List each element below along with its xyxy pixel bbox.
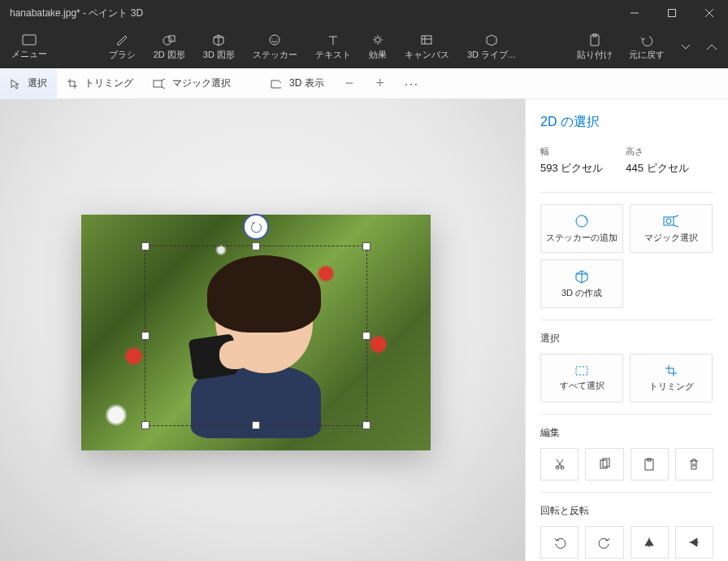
zoom-in-button[interactable]: + <box>365 68 396 99</box>
menu-button[interactable]: メニュー <box>3 26 55 68</box>
rotate-cw-button[interactable] <box>585 526 623 559</box>
svg-rect-1 <box>669 10 676 17</box>
canvas-area[interactable] <box>0 99 525 561</box>
rotate-ccw-button[interactable] <box>540 526 578 559</box>
zoom-out-button[interactable]: − <box>334 68 365 99</box>
svg-point-15 <box>666 219 671 224</box>
crop-button[interactable]: トリミング <box>630 354 713 402</box>
svg-rect-4 <box>23 35 36 45</box>
svg-rect-16 <box>576 367 587 375</box>
paste-button[interactable] <box>630 448 669 481</box>
tool-crop[interactable]: トリミング <box>57 68 143 99</box>
ribbon-text[interactable]: テキスト <box>307 26 359 68</box>
image-subject <box>175 259 321 422</box>
flip-vertical-button[interactable] <box>675 526 713 559</box>
svg-rect-6 <box>169 36 175 41</box>
height-label: 高さ <box>626 146 688 158</box>
tool-magic-select[interactable]: マジック選択 <box>143 68 240 99</box>
separator <box>540 192 713 193</box>
ribbon-dropdown[interactable] <box>673 29 699 65</box>
width-value: 593 ピクセル <box>540 161 603 176</box>
separator <box>540 414 713 415</box>
toolbar: 選択 トリミング マジック選択 3D 表示 − + ⋯ <box>0 68 728 99</box>
ribbon-undo[interactable]: 元に戻す <box>621 26 673 68</box>
titlebar: hanabatake.jpg* - ペイント 3D <box>0 0 728 26</box>
ribbon-effects[interactable]: 効果 <box>361 26 395 68</box>
add-sticker-button[interactable]: ステッカーの追加 <box>540 204 623 253</box>
make-3d-button[interactable]: 3D の作成 <box>540 259 623 308</box>
ribbon-2d-shapes[interactable]: 2D 図形 <box>145 26 193 68</box>
ribbon-brushes[interactable]: ブラシ <box>101 26 144 68</box>
side-panel: 2D の選択 幅 593 ピクセル 高さ 445 ピクセル ステッカーの追加 マ… <box>525 99 728 561</box>
separator <box>540 320 713 320</box>
svg-point-5 <box>163 37 171 45</box>
ribbon-canvas[interactable]: キャンバス <box>396 26 457 68</box>
ribbon-paste[interactable]: 貼り付け <box>569 26 621 68</box>
side-panel-title: 2D の選択 <box>540 114 713 131</box>
ribbon: メニュー ブラシ 2D 図形 3D 図形 ステッカー テキスト 効果 キャンバス… <box>0 26 728 68</box>
window-title: hanabatake.jpg* - ペイント 3D <box>0 7 616 20</box>
width-label: 幅 <box>540 146 603 158</box>
ribbon-stickers[interactable]: ステッカー <box>245 26 306 68</box>
minimize-button[interactable] <box>616 0 653 26</box>
ribbon-3d-shapes[interactable]: 3D 図形 <box>195 26 243 68</box>
svg-rect-12 <box>154 80 162 87</box>
magic-select-button[interactable]: マジック選択 <box>630 204 713 253</box>
canvas-image[interactable] <box>81 215 431 450</box>
separator <box>540 492 713 493</box>
cut-button[interactable] <box>540 448 578 481</box>
edit-heading: 編集 <box>540 426 713 440</box>
maximize-button[interactable] <box>653 0 691 26</box>
copy-button[interactable] <box>585 448 623 481</box>
svg-point-8 <box>375 37 380 42</box>
more-button[interactable]: ⋯ <box>396 68 427 99</box>
ribbon-3d-library[interactable]: 3D ライブ... <box>459 26 523 68</box>
ribbon-collapse[interactable] <box>699 29 725 65</box>
tool-3d-view[interactable]: 3D 表示 <box>260 68 334 99</box>
workspace: 2D の選択 幅 593 ピクセル 高さ 445 ピクセル ステッカーの追加 マ… <box>0 99 728 561</box>
flip-horizontal-button[interactable] <box>630 526 669 559</box>
close-button[interactable] <box>691 0 728 26</box>
svg-point-7 <box>270 35 280 45</box>
height-value: 445 ピクセル <box>626 161 688 176</box>
delete-button[interactable] <box>675 448 713 481</box>
rotate-flip-heading: 回転と反転 <box>540 504 713 518</box>
selection-heading: 選択 <box>540 332 713 346</box>
tool-select[interactable]: 選択 <box>0 68 57 99</box>
dimensions-row: 幅 593 ピクセル 高さ 445 ピクセル <box>540 146 713 176</box>
select-all-button[interactable]: すべて選択 <box>540 354 623 402</box>
menu-label: メニュー <box>11 48 47 60</box>
svg-rect-9 <box>422 36 431 44</box>
